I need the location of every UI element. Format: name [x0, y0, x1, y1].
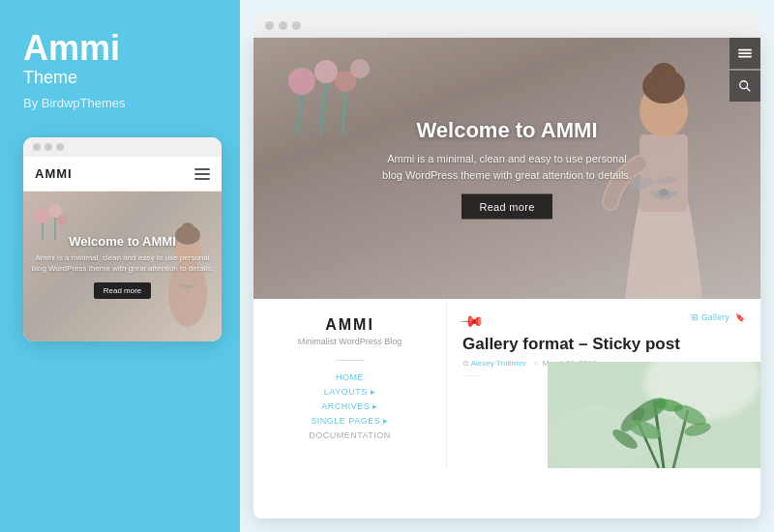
browser-dot-1	[265, 21, 274, 30]
svg-point-24	[740, 81, 748, 89]
sidebar: Ammi Theme By BirdwpThemes AMMI	[0, 0, 240, 532]
post-author: ⊙ Alexey Trofimov	[462, 359, 526, 368]
svg-rect-21	[738, 49, 752, 51]
post-meta-divider	[462, 375, 482, 376]
svg-rect-22	[738, 52, 752, 54]
hero-title: Welcome to AMMI	[381, 118, 633, 143]
mobile-top-bar	[23, 137, 222, 157]
bookmark-icon: 🔖	[735, 313, 745, 322]
app-author: By BirdwpThemes	[23, 96, 217, 110]
mobile-hero: Welcome to AMMI Ammi is a minimal, clean…	[23, 192, 222, 341]
search-icon-button[interactable]	[729, 71, 760, 102]
blog-tagline: Minimalist WordPress Blog	[298, 337, 402, 346]
menu-icon	[738, 46, 752, 60]
svg-line-20	[342, 92, 345, 134]
svg-line-25	[747, 88, 751, 92]
blog-card: AMMI Minimalist WordPress Blog HOME LAYO…	[253, 299, 447, 468]
nav-item-archives[interactable]: ARCHIVES ▸	[321, 401, 378, 411]
nav-item-single-pages[interactable]: SINGLE PAGES ▸	[311, 416, 388, 426]
svg-point-4	[35, 208, 50, 223]
nav-item-documentation[interactable]: DOCUMENTATION	[309, 430, 391, 440]
bottom-section: AMMI Minimalist WordPress Blog HOME LAYO…	[253, 299, 760, 468]
app-subtitle: Theme	[23, 68, 217, 89]
svg-point-12	[651, 63, 676, 86]
post-gallery-tag: ⊞ Gallery	[691, 312, 729, 322]
blog-nav: HOME LAYOUTS ▸ ARCHIVES ▸ SINGLE PAGES ▸…	[309, 372, 391, 440]
post-author-name: Alexey Trofimov	[471, 359, 526, 368]
svg-point-6	[56, 215, 68, 226]
mobile-logo: AMMI	[35, 166, 73, 181]
app-title: Ammi	[23, 29, 217, 68]
browser-dot-2	[279, 21, 287, 30]
post-title: Gallery format – Sticky post	[462, 335, 745, 354]
mobile-hero-desc: Ammi is a minimal, clean and easy to use…	[31, 252, 214, 274]
mobile-hero-text: Welcome to AMMI Ammi is a minimal, clean…	[23, 226, 222, 307]
mobile-dot-1	[33, 143, 41, 151]
side-icons	[729, 38, 760, 102]
svg-point-13	[659, 189, 669, 196]
svg-line-19	[321, 83, 326, 134]
browser-content: Welcome to AMMI Ammi is a minimal, clean…	[253, 38, 760, 518]
mobile-hamburger-icon[interactable]	[194, 168, 210, 180]
mobile-nav: AMMI	[23, 157, 222, 192]
svg-point-15	[314, 60, 338, 83]
nav-item-layouts[interactable]: LAYOUTS ▸	[324, 387, 375, 397]
svg-point-14	[288, 68, 315, 95]
svg-rect-23	[738, 56, 752, 58]
hero-flowers-illustration	[273, 47, 389, 134]
blog-divider	[336, 360, 365, 361]
menu-icon-button[interactable]	[729, 38, 760, 69]
hero-section: Welcome to AMMI Ammi is a minimal, clean…	[253, 38, 760, 299]
mobile-dot-2	[45, 143, 52, 151]
main-area: Welcome to AMMI Ammi is a minimal, clean…	[240, 0, 774, 532]
post-thumbnail	[548, 362, 760, 468]
mobile-dot-3	[56, 143, 64, 151]
mobile-read-more-button[interactable]: Read more	[94, 282, 152, 299]
mobile-mockup: AMMI	[23, 137, 222, 341]
pin-icon: 📌	[459, 309, 486, 336]
nav-item-home[interactable]: HOME	[336, 372, 364, 382]
hero-desc: Ammi is a minimal, clean and easy to use…	[381, 151, 633, 183]
post-image-illustration	[548, 362, 760, 468]
browser-chrome	[253, 14, 760, 38]
post-card-top: 📌 ⊞ Gallery 🔖	[462, 312, 745, 331]
hero-read-more-button[interactable]: Read more	[461, 194, 551, 220]
calendar-icon: ○	[534, 359, 539, 368]
svg-point-17	[350, 59, 370, 78]
mobile-hero-title: Welcome to AMMI	[31, 234, 214, 249]
post-card: 📌 ⊞ Gallery 🔖 Gallery format – Sticky po…	[447, 299, 760, 468]
hero-text-block: Welcome to AMMI Ammi is a minimal, clean…	[381, 118, 633, 220]
browser-dot-3	[292, 21, 301, 30]
svg-rect-9	[640, 134, 688, 212]
svg-line-18	[297, 95, 302, 134]
blog-logo: AMMI	[325, 316, 374, 334]
search-icon	[738, 79, 752, 93]
